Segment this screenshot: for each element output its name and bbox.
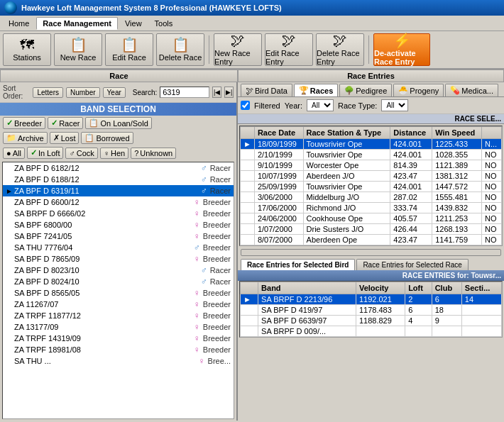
filter-breeder[interactable]: ✓ Breeder — [3, 117, 45, 129]
band-list-item[interactable]: ► ZA BPF D 6319/11 ♂ Racer — [3, 185, 234, 196]
filter-on-loan[interactable]: 📋 On Loan/Sold — [85, 117, 151, 129]
entry-col-band[interactable]: Band — [258, 282, 356, 294]
delete-race-button[interactable]: 📋 Delete Race — [156, 33, 204, 66]
band-list-item[interactable]: SA BPF D 7865/09 ♀ Breeder — [3, 253, 234, 265]
band-number: ZA 11267/07 — [14, 300, 191, 309]
race-table-row[interactable]: 2/10/1999 Touwsrivier Ope 424.001 1028.3… — [241, 150, 502, 160]
race-table-scroll[interactable] — [238, 248, 504, 257]
filter-lost[interactable]: ✗ Lost — [50, 132, 80, 144]
tab-races[interactable]: 🏆 Races — [294, 84, 338, 96]
filter-borrowed[interactable]: 📋 Borrowed — [81, 132, 133, 144]
menu-view[interactable]: View — [119, 18, 148, 29]
bird-data-icon: 🕊 — [246, 87, 253, 95]
entry-col-loft[interactable]: Loft — [405, 282, 432, 294]
in-loft-label: In Loft — [38, 149, 60, 157]
col-race-date[interactable]: Race Date — [254, 127, 303, 139]
band-list-item[interactable]: SA BPF 7241/05 ♀ Breeder — [3, 231, 234, 242]
race-station: Aberdeen J/O — [303, 171, 390, 182]
race-table-row[interactable]: 10/07/1999 Aberdeen J/O 423.47 1381.312 … — [241, 171, 502, 182]
entry-band: SA BPF D 419/97 — [258, 305, 356, 316]
band-list-item[interactable]: SA THU 7776/04 ♂ Breeder — [3, 242, 234, 253]
filter-cock[interactable]: ♂ Cock — [65, 148, 97, 159]
band-list-item[interactable]: ZA BPF D 6182/12 ♂ Racer — [3, 162, 234, 174]
bird-tabs: 🕊 Bird Data 🏆 Races 🌳 Pedigree 🐣 Progeny… — [238, 82, 504, 97]
band-list-item[interactable]: ZA BPF D 8023/10 ♂ Racer — [3, 265, 234, 276]
band-list-item[interactable]: ZA TRPF 11877/12 ♀ Breeder — [3, 310, 234, 321]
edit-race-button[interactable]: 📋 Edit Race — [105, 33, 153, 66]
col-station-type[interactable]: Race Station & Type — [303, 127, 390, 139]
band-role: Breeder — [203, 334, 231, 343]
nav-first-button[interactable]: |◀ — [212, 87, 221, 98]
filter-all[interactable]: ● All — [3, 148, 25, 159]
race-row-arrow — [241, 150, 255, 160]
band-list-item[interactable]: ZA 13177/09 ♀ Breeder — [3, 321, 234, 333]
race-table-container[interactable]: Race Date Race Station & Type Distance W… — [239, 126, 503, 246]
band-list-item[interactable]: ZA BPF D 6600/12 ♀ Breeder — [3, 196, 234, 208]
entries-table-container[interactable]: Band Velocity Loft Club Secti... ► SA BR… — [239, 281, 503, 338]
medica-label: Medica... — [461, 87, 493, 95]
racer-label: Racer — [59, 119, 80, 128]
race-table-row[interactable]: 9/10/1999 Worcester Ope 814.39 1121.389 … — [241, 160, 502, 171]
new-entry-button[interactable]: 🕊 New Race Entry — [214, 33, 262, 66]
sort-number-button[interactable]: Number — [66, 87, 100, 98]
tab-entries-selected-bird[interactable]: Race Entries for Selected Bird — [241, 259, 355, 270]
race-station: Cookhouse Ope — [303, 213, 390, 224]
race-table-row[interactable]: 17/06/2000 Richmond J/O 333.74 1439.832 … — [241, 203, 502, 213]
tab-pedigree[interactable]: 🌳 Pedigree — [339, 84, 392, 96]
race-table-row[interactable]: 8/07/2000 Aberdeen Ope 423.47 1141.759 N… — [241, 235, 502, 245]
band-list-item[interactable]: ZA TRPF 18981/08 ♀ Breeder — [3, 344, 234, 355]
band-list-item[interactable]: SA BRPF D 6666/02 ♀ Breeder — [3, 208, 234, 219]
band-list-item[interactable]: ZA 11267/07 ♀ Breeder — [3, 299, 234, 310]
all-icon: ● — [6, 149, 11, 157]
band-list-item[interactable]: ZA TRPF 14319/09 ♀ Breeder — [3, 333, 234, 344]
race-extra: NO — [481, 192, 501, 203]
delete-entry-label: Delete Race Entry — [317, 49, 363, 66]
filtered-checkbox[interactable] — [241, 101, 250, 110]
entry-table-row[interactable]: SA BRPF D 009/... — [241, 326, 502, 337]
sort-year-button[interactable]: Year — [103, 87, 126, 98]
entry-table-row[interactable]: SA BPF D 419/97 1178.483 6 18 — [241, 305, 502, 316]
filter-racer[interactable]: ✓ Racer — [48, 117, 83, 129]
entry-section — [461, 305, 501, 316]
tab-medica[interactable]: 💊 Medica... — [445, 84, 498, 96]
col-distance[interactable]: Distance — [390, 127, 432, 139]
edit-entry-button[interactable]: 🕊 Edit Race Entry — [265, 33, 313, 66]
entry-table-row[interactable]: SA BPF D 6639/97 1188.829 4 9 — [241, 316, 502, 326]
race-table-row[interactable]: 24/06/2000 Cookhouse Ope 405.57 1211.253… — [241, 213, 502, 224]
filter-archive[interactable]: 📁 Archive — [3, 132, 48, 144]
entry-col-section[interactable]: Secti... — [461, 282, 501, 294]
band-list[interactable]: ZA BPF D 6182/12 ♂ Racer ZA BPF D 6188/1… — [2, 162, 234, 419]
menu-race-management[interactable]: Race Management — [36, 17, 118, 30]
menu-tools[interactable]: Tools — [149, 18, 179, 29]
delete-entry-button[interactable]: 🕊 Delete Race Entry — [316, 33, 364, 66]
band-list-item[interactable]: SA BPF 6800/00 ♀ Breeder — [3, 219, 234, 231]
tab-bird-data[interactable]: 🕊 Bird Data — [241, 84, 292, 96]
menu-home[interactable]: Home — [3, 18, 35, 29]
race-type-filter-select[interactable]: All — [381, 99, 408, 111]
entry-col-club[interactable]: Club — [432, 282, 461, 294]
band-list-item[interactable]: ZA BPF D 6188/12 ♂ Racer — [3, 174, 234, 185]
tab-entries-selected-race[interactable]: Race Entries for Selected Race — [356, 259, 469, 270]
nav-last-button[interactable]: ▶| — [224, 87, 234, 98]
new-race-button[interactable]: 📋 New Race — [54, 33, 102, 66]
band-list-item[interactable]: ZA BPF D 8024/10 ♂ Racer — [3, 276, 234, 287]
race-table-row[interactable]: 3/06/2000 Middelburg J/O 287.02 1555.481… — [241, 192, 502, 203]
filter-hen[interactable]: ♀ Hen — [100, 148, 128, 159]
stations-button[interactable]: 🗺 Stations — [3, 33, 51, 66]
col-win-speed[interactable]: Win Speed — [432, 127, 482, 139]
filter-unknown[interactable]: ? Unknown — [131, 148, 176, 159]
race-table-row[interactable]: 1/07/2000 Drie Susters J/O 426.44 1268.1… — [241, 224, 502, 235]
year-filter-select[interactable]: All — [307, 99, 334, 111]
search-input[interactable] — [160, 87, 209, 98]
tab-progeny[interactable]: 🐣 Progeny — [393, 84, 444, 96]
entry-table-row[interactable]: ► SA BRPF D 2213/96 1192.021 2 6 14 — [241, 294, 502, 305]
race-table-row[interactable]: ► 18/09/1999 Touwsrivier Ope 424.001 122… — [241, 139, 502, 150]
race-h-scrollbar[interactable] — [241, 249, 501, 256]
entry-col-velocity[interactable]: Velocity — [356, 282, 405, 294]
band-list-item[interactable]: SA BPF D 8565/05 ♀ Breeder — [3, 287, 234, 299]
race-table-row[interactable]: 25/09/1999 Touwsrivier Ope 424.001 1447.… — [241, 182, 502, 192]
sort-letters-button[interactable]: Letters — [33, 87, 63, 98]
filter-in-loft[interactable]: ✓ In Loft — [27, 147, 64, 159]
deactivate-button[interactable]: ⚡ De-activate Race Entry — [373, 33, 430, 66]
band-list-item[interactable]: SA THU ... ♀ Bree... — [3, 355, 234, 367]
